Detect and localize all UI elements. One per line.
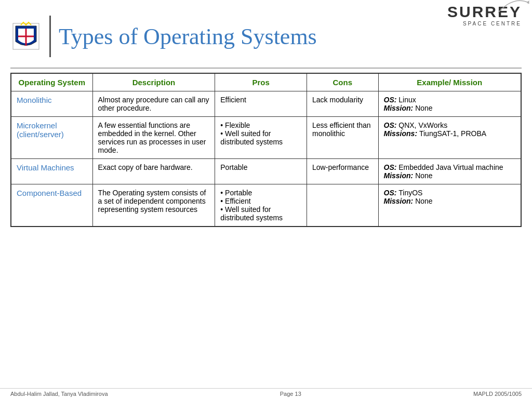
example-os-label-1: OS: (384, 121, 399, 129)
cell-desc-0: Almost any procedure can call any other … (92, 91, 215, 117)
cell-os-1: Microkernel (client/server) (11, 117, 92, 159)
example-os-line-0: OS: Linux (384, 96, 516, 104)
cell-desc-3: The Operating system consists of a set o… (92, 184, 215, 227)
example-mission-label-2: Mission: (384, 171, 416, 180)
logo-area (10, 21, 42, 52)
vertical-divider (49, 16, 51, 57)
cell-example-0: OS: LinuxMission: None (378, 91, 521, 117)
os-name-1: Microkernel (client/server) (17, 121, 64, 139)
footer-authors: Abdul-Halim Jallad, Tanya Vladimirova (10, 391, 108, 397)
os-name-3: Component-Based (17, 189, 82, 197)
university-logo (10, 21, 42, 52)
example-mission-label-0: Mission: (384, 104, 416, 112)
pro-item: Portable (220, 189, 301, 197)
header: Types of Operating Systems SURREY SPACE … (0, 0, 532, 68)
table-row: MonolithicAlmost any procedure can call … (11, 91, 521, 117)
cell-example-2: OS: Embedded Java Virtual machineMission… (378, 159, 521, 184)
footer-page: Page 13 (280, 391, 301, 397)
footer-reference: MAPLD 2005/1005 (473, 391, 522, 397)
cell-cons-2: Low-performance (307, 159, 378, 184)
os-name-2: Virtual Machines (17, 163, 74, 172)
table-row: Virtual MachinesExact copy of bare hardw… (11, 159, 521, 184)
example-os-line-1: OS: QNX, VxWorks (384, 121, 516, 129)
surrey-logo: SURREY SPACE CENTRE (447, 4, 522, 26)
pro-item: Well suited for distributed systems (220, 129, 301, 146)
table-row: Component-BasedThe Operating system cons… (11, 184, 521, 227)
cell-pros-2: Portable (215, 159, 307, 184)
cell-desc-1: A few essential functions are embedded i… (92, 117, 215, 159)
example-os-label-3: OS: (384, 189, 399, 197)
pro-item: Well suited for distributed systems (220, 205, 301, 222)
cell-cons-1: Less efficient than monolithic (307, 117, 378, 159)
example-mission-line-0: Mission: None (384, 104, 516, 112)
example-mission-line-3: Mission: None (384, 197, 516, 205)
table-row: Microkernel (client/server)A few essenti… (11, 117, 521, 159)
cell-cons-3 (307, 184, 378, 227)
th-pros: Pros (215, 73, 307, 91)
cell-example-3: OS: TinyOSMission: None (378, 184, 521, 227)
th-cons: Cons (307, 73, 378, 91)
table-header-row: Operating System Description Pros Cons E… (11, 73, 521, 91)
cell-os-0: Monolithic (11, 91, 92, 117)
example-mission-label-1: Missions: (384, 129, 419, 138)
cell-cons-0: Lack modularity (307, 91, 378, 117)
os-name-0: Monolithic (17, 96, 52, 104)
example-mission-line-2: Mission: None (384, 171, 516, 180)
pro-item: Flexible (220, 121, 301, 129)
surrey-arc-icon (498, 0, 529, 14)
cell-pros-0: Efficient (215, 91, 307, 117)
page-title: Types of Operating Systems (59, 23, 317, 50)
surrey-brand: SURREY (447, 4, 522, 20)
example-os-line-2: OS: Embedded Java Virtual machine (384, 163, 516, 171)
cell-os-3: Component-Based (11, 184, 92, 227)
header-divider (10, 68, 522, 69)
th-example: Example/ Mission (378, 73, 521, 91)
cell-os-2: Virtual Machines (11, 159, 92, 184)
th-desc: Description (92, 73, 215, 91)
cell-example-1: OS: QNX, VxWorksMissions: TiungSAT-1, PR… (378, 117, 521, 159)
example-os-label-0: OS: (384, 96, 399, 104)
surrey-subtitle: SPACE CENTRE (463, 21, 522, 26)
main-table-container: Operating System Description Pros Cons E… (0, 73, 532, 227)
example-os-line-3: OS: TinyOS (384, 189, 516, 197)
pro-item: Efficient (220, 197, 301, 205)
example-mission-label-3: Mission: (384, 197, 416, 205)
cell-desc-2: Exact copy of bare hardware. (92, 159, 215, 184)
th-os: Operating System (11, 73, 92, 91)
os-table: Operating System Description Pros Cons E… (10, 73, 522, 227)
cell-pros-1: FlexibleWell suited for distributed syst… (215, 117, 307, 159)
example-mission-line-1: Missions: TiungSAT-1, PROBA (384, 129, 516, 138)
cell-pros-3: PortableEfficientWell suited for distrib… (215, 184, 307, 227)
footer: Abdul-Halim Jallad, Tanya Vladimirova Pa… (0, 388, 532, 399)
example-os-label-2: OS: (384, 163, 399, 171)
